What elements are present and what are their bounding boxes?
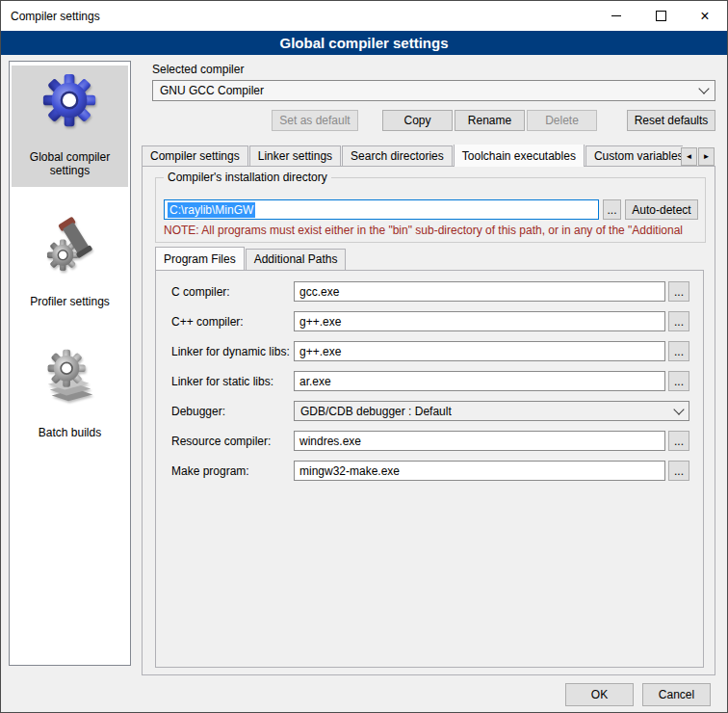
field-value: ar.exe — [299, 375, 331, 388]
sidebar-item-label: Profiler settings — [30, 295, 110, 308]
form-row-dynamic-linker: Linker for dynamic libs: g++.exe ... — [171, 341, 689, 361]
installation-directory-group: Compiler's installation directory C:\ray… — [155, 177, 706, 243]
debugger-select-value: GDB/CDB debugger : Default — [300, 405, 452, 418]
tab-custom-variables[interactable]: Custom variables — [585, 145, 683, 167]
reset-defaults-button[interactable]: Reset defaults — [627, 110, 715, 131]
dynamic-linker-input[interactable]: g++.exe — [294, 341, 665, 361]
cpp-compiler-input[interactable]: g++.exe — [294, 311, 665, 331]
compiler-settings-window: Compiler settings × Global compiler sett… — [0, 0, 728, 713]
compiler-select[interactable]: GNU GCC Compiler — [152, 80, 715, 101]
program-files-panel: C compiler: gcc.exe ... C++ compiler: g+… — [155, 270, 704, 668]
field-label: C++ compiler: — [171, 315, 294, 329]
compiler-select-value: GNU GCC Compiler — [160, 84, 264, 97]
field-label: Linker for static libs: — [171, 375, 294, 388]
field-label: Make program: — [171, 464, 294, 478]
form-row-resource-compiler: Resource compiler: windres.exe ... — [171, 431, 689, 451]
auto-detect-button[interactable]: Auto-detect — [625, 199, 698, 220]
settings-tabstrip: Compiler settings Linker settings Search… — [142, 145, 683, 167]
settings-sidebar: Global compiler settings — [9, 61, 131, 666]
close-button[interactable]: × — [683, 1, 727, 31]
tab-compiler-settings[interactable]: Compiler settings — [142, 145, 248, 167]
installation-directory-browse-button[interactable]: ... — [603, 199, 621, 220]
resource-compiler-input[interactable]: windres.exe — [294, 431, 665, 451]
close-icon: × — [700, 9, 709, 24]
maximize-button[interactable] — [638, 1, 683, 31]
sidebar-item-batch-builds[interactable]: Batch builds — [12, 341, 128, 449]
form-row-debugger: Debugger: GDB/CDB debugger : Default — [171, 401, 689, 421]
c-compiler-browse-button[interactable]: ... — [668, 281, 689, 302]
installation-directory-input[interactable]: C:\raylib\MinGW — [164, 199, 599, 220]
form-row-static-linker: Linker for static libs: ar.exe ... — [171, 371, 689, 391]
installation-directory-group-title: Compiler's installation directory — [164, 171, 331, 184]
batch-builds-icon — [40, 347, 100, 407]
chevron-down-icon — [673, 404, 684, 414]
field-value: g++.exe — [299, 345, 341, 358]
debugger-select[interactable]: GDB/CDB debugger : Default — [294, 401, 689, 421]
static-linker-browse-button[interactable]: ... — [668, 371, 689, 391]
form-row-cpp-compiler: C++ compiler: g++.exe ... — [171, 311, 689, 331]
set-as-default-button: Set as default — [272, 110, 358, 131]
blue-gear-icon — [40, 71, 100, 131]
copy-button[interactable]: Copy — [382, 110, 453, 131]
field-label: Resource compiler: — [171, 435, 294, 448]
sidebar-item-profiler-settings[interactable]: Profiler settings — [12, 210, 128, 318]
make-program-browse-button[interactable]: ... — [668, 461, 689, 481]
titlebar: Compiler settings × — [1, 1, 727, 31]
program-files-form: C compiler: gcc.exe ... C++ compiler: g+… — [171, 281, 689, 490]
c-compiler-input[interactable]: gcc.exe — [294, 281, 665, 302]
form-row-make-program: Make program: mingw32-make.exe ... — [171, 461, 689, 481]
bin-subdirectory-note: NOTE: All programs must exist either in … — [164, 224, 697, 237]
field-label: C compiler: — [171, 285, 294, 299]
window-title: Compiler settings — [1, 1, 594, 31]
dynamic-linker-browse-button[interactable]: ... — [668, 341, 689, 361]
minimize-icon — [611, 15, 621, 16]
cancel-button[interactable]: Cancel — [642, 683, 711, 706]
rename-button[interactable]: Rename — [455, 110, 525, 131]
field-value: windres.exe — [299, 435, 361, 448]
make-program-input[interactable]: mingw32-make.exe — [294, 461, 665, 481]
field-value: mingw32-make.exe — [299, 464, 400, 478]
tab-program-files[interactable]: Program Files — [155, 247, 245, 270]
program-tabstrip: Program Files Additional Paths — [155, 249, 347, 270]
dialog-header: Global compiler settings — [1, 31, 727, 55]
tab-search-directories[interactable]: Search directories — [342, 145, 453, 167]
delete-button: Delete — [527, 110, 597, 131]
selected-compiler-label: Selected compiler — [152, 63, 244, 76]
tab-scroll-right-button[interactable]: ► — [698, 147, 715, 166]
form-row-c-compiler: C compiler: gcc.exe ... — [171, 281, 689, 302]
static-linker-input[interactable]: ar.exe — [294, 371, 665, 391]
resource-compiler-browse-button[interactable]: ... — [668, 431, 689, 451]
field-value: gcc.exe — [299, 285, 339, 299]
chevron-down-icon — [698, 83, 709, 93]
sidebar-item-global-compiler-settings[interactable]: Global compiler settings — [12, 66, 128, 187]
field-value: g++.exe — [299, 315, 341, 329]
cpp-compiler-browse-button[interactable]: ... — [668, 311, 689, 331]
tab-scroll-left-button[interactable]: ◄ — [681, 147, 697, 166]
installation-directory-selected-text: C:\raylib\MinGW — [168, 202, 255, 218]
tab-additional-paths[interactable]: Additional Paths — [246, 249, 347, 270]
tab-linker-settings[interactable]: Linker settings — [249, 145, 341, 167]
field-label: Debugger: — [171, 405, 294, 418]
minimize-button[interactable] — [594, 1, 638, 31]
profiler-tool-icon — [40, 216, 100, 276]
tab-scroll-buttons: ◄ ► — [680, 147, 715, 166]
sidebar-item-label: Global compiler settings — [13, 150, 126, 177]
maximize-icon — [656, 11, 666, 21]
sidebar-item-label: Batch builds — [39, 426, 101, 439]
tab-toolchain-executables[interactable]: Toolchain executables — [454, 145, 585, 167]
field-label: Linker for dynamic libs: — [171, 345, 294, 358]
ok-button[interactable]: OK — [565, 683, 634, 706]
